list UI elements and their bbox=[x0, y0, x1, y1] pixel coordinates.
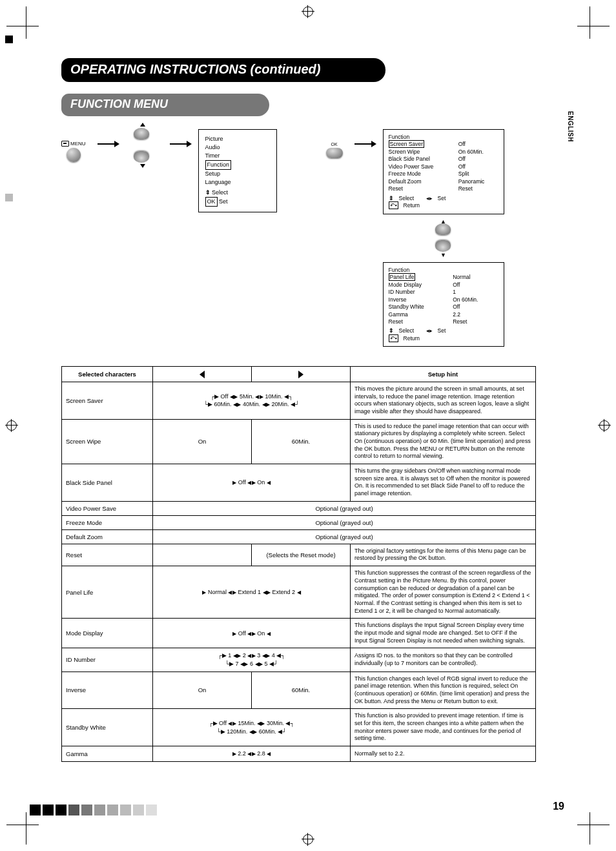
table-header: Setup hint bbox=[351, 367, 536, 382]
table-row: Panel Life▶ Normal ◀ ▶ Extend 1 ◀ ▶ Exte… bbox=[62, 566, 536, 619]
function-menu-osd-2: Function Panel LifeNormalMode DisplayOff… bbox=[383, 262, 504, 347]
table-row: InverseOn60Min.This function changes eac… bbox=[62, 672, 536, 709]
table-row: Freeze ModeOptional (grayed out) bbox=[62, 515, 536, 529]
ok-button-label: OK bbox=[326, 142, 343, 147]
osd-footer-return: Return bbox=[404, 202, 420, 209]
settings-table: Selected characters Setup hint Screen Sa… bbox=[61, 366, 536, 761]
table-row: Black Side Panel▶ Off ◀ ▶ On ◀This turns… bbox=[62, 464, 536, 502]
osd-footer-select: Select bbox=[212, 189, 228, 196]
language-tab: ENGLISH bbox=[567, 111, 574, 142]
setting-right-value: 60Min. bbox=[252, 419, 351, 464]
osd-item-value: Off bbox=[447, 282, 498, 289]
table-row: Mode Display▶ Off ◀ ▶ On ◀This functions… bbox=[62, 619, 536, 648]
table-row: ID Number┌▶ 1 ◀ ▶ 2 ◀ ▶ 3 ◀ ▶ 4 ◀┐└▶ 7 ◀… bbox=[62, 648, 536, 672]
osd-item-value: Off bbox=[453, 163, 498, 170]
menu-button-label: MENU bbox=[70, 141, 86, 147]
registration-mark bbox=[302, 833, 314, 846]
osd-item-value: Split bbox=[453, 170, 498, 178]
scroll-indicator-icon: ▲ ▼ bbox=[383, 218, 504, 258]
table-row: Standby White┌▶ Off ◀ ▶ 15Min. ◀ ▶ 30Min… bbox=[62, 709, 536, 746]
osd-item-highlighted: Screen Saver bbox=[389, 140, 425, 148]
function-menu-osd-1: Function Screen SaverOffScreen WipeOn 60… bbox=[383, 129, 504, 214]
section-title: FUNCTION MENU bbox=[61, 94, 269, 116]
table-row: Screen WipeOn60Min.This is used to reduc… bbox=[62, 419, 536, 464]
setting-name: ID Number bbox=[62, 648, 153, 672]
osd-item-label: Video Power Save bbox=[389, 163, 453, 170]
osd-item-value: 2.2 bbox=[447, 311, 498, 318]
ok-button-icon bbox=[326, 148, 343, 158]
setting-hint: This function changes each level of RGB … bbox=[351, 672, 536, 709]
page-number: 19 bbox=[553, 801, 564, 812]
setting-hint: This is used to reduce the panel image r… bbox=[351, 419, 536, 464]
setting-hint: Assigns ID nos. to the monitors so that … bbox=[351, 648, 536, 672]
setting-name: Standby White bbox=[62, 709, 153, 746]
setting-hint: The original factory settings for the it… bbox=[351, 544, 536, 566]
page: ENGLISH OPERATING INSTRUCTIONS (continue… bbox=[0, 0, 616, 851]
setting-name: Reset bbox=[62, 544, 153, 566]
cycle-diagram: ▶ Off ◀ ▶ On ◀ bbox=[157, 630, 346, 638]
menu-item-highlighted: Function bbox=[205, 160, 232, 170]
registration-mark bbox=[302, 5, 314, 18]
setting-right-value: (Selects the Reset mode) bbox=[252, 544, 351, 566]
cycle-diagram: ▶ Off ◀ ▶ On ◀ bbox=[157, 478, 346, 487]
menu-item: Picture bbox=[205, 135, 270, 143]
ok-key-label: OK bbox=[205, 197, 218, 207]
setting-name: Inverse bbox=[62, 672, 153, 709]
setting-name: Mode Display bbox=[62, 619, 153, 648]
cycle-diagram: ┌▶ Off ◀ ▶ 5Min. ◀ ▶ 10Min. ◀┐└▶ 60Min. … bbox=[157, 393, 346, 409]
table-header-left-icon bbox=[153, 367, 252, 382]
page-title: OPERATING INSTRUCTIONS (continued) bbox=[61, 58, 385, 82]
main-menu-osd: Picture Audio Timer Function Setup Langu… bbox=[198, 129, 277, 212]
osd-item-value: Reset bbox=[453, 185, 498, 192]
crop-mark bbox=[13, 13, 52, 52]
updown-dpad-icon bbox=[126, 128, 158, 163]
updown-icon: ⇕ bbox=[205, 189, 210, 197]
setting-span-value: Optional (grayed out) bbox=[153, 529, 536, 544]
menu-item: Language bbox=[205, 178, 270, 187]
cycle-diagram: ┌▶ Off ◀ ▶ 15Min. ◀ ▶ 30Min. ◀┐└▶ 120Min… bbox=[157, 719, 346, 735]
osd-item-value: Panoramic bbox=[453, 178, 498, 185]
osd-footer-set: Set bbox=[438, 327, 446, 334]
setting-name: Default Zoom bbox=[62, 529, 153, 544]
leftright-icon: ◂▸ bbox=[426, 327, 433, 334]
crop-mark bbox=[564, 799, 603, 838]
table-row: Default ZoomOptional (grayed out) bbox=[62, 529, 536, 544]
table-header-right-icon bbox=[252, 367, 351, 382]
osd-item-value: 1 bbox=[447, 289, 498, 296]
leftright-icon: ◂▸ bbox=[426, 195, 433, 201]
setting-hint: This function is also provided to preven… bbox=[351, 709, 536, 746]
cycle-diagram: ▶ Normal ◀ ▶ Extend 1 ◀ ▶ Extend 2 ◀ bbox=[157, 588, 346, 597]
registration-mark bbox=[5, 419, 18, 432]
osd-item-label: Mode Display bbox=[389, 282, 448, 289]
table-row: Screen Saver┌▶ Off ◀ ▶ 5Min. ◀ ▶ 10Min. … bbox=[62, 382, 536, 419]
arrow-icon bbox=[98, 143, 114, 145]
osd-item-label: Screen Wipe bbox=[389, 149, 453, 156]
setting-name: Freeze Mode bbox=[62, 515, 153, 529]
osd-footer-select: Select bbox=[399, 195, 415, 201]
setting-left-value: On bbox=[153, 419, 252, 464]
osd-footer-set: Set bbox=[219, 198, 228, 205]
menu-item: Setup bbox=[205, 170, 270, 178]
setting-name: Screen Wipe bbox=[62, 419, 153, 464]
table-row: Video Power SaveOptional (grayed out) bbox=[62, 501, 536, 515]
osd-item-highlighted: Panel Life bbox=[389, 273, 416, 281]
osd-footer-select: Select bbox=[399, 327, 415, 334]
setting-hint: Normally set to 2.2. bbox=[351, 746, 536, 762]
setting-name: Black Side Panel bbox=[62, 464, 153, 502]
osd-item-value: Off bbox=[453, 156, 498, 163]
return-key-icon: ↶▪ bbox=[389, 334, 398, 342]
table-row: Reset(Selects the Reset mode)The origina… bbox=[62, 544, 536, 566]
osd-item-value: Off bbox=[453, 141, 498, 148]
osd-item-label: Freeze Mode bbox=[389, 170, 453, 178]
setting-hint: This moves the picture around the screen… bbox=[351, 382, 536, 419]
osd-item-label: Default Zoom bbox=[389, 178, 453, 185]
osd-footer-set: Set bbox=[438, 195, 446, 201]
osd-item-label: Inverse bbox=[389, 296, 448, 303]
osd-item-value: On 60Min. bbox=[447, 296, 498, 303]
black-square-marker bbox=[5, 36, 13, 43]
setting-name: Screen Saver bbox=[62, 382, 153, 419]
menu-item: Audio bbox=[205, 143, 270, 152]
gray-square-marker bbox=[5, 194, 13, 201]
osd-item-label: ID Number bbox=[389, 289, 448, 296]
arrow-icon bbox=[354, 143, 371, 145]
